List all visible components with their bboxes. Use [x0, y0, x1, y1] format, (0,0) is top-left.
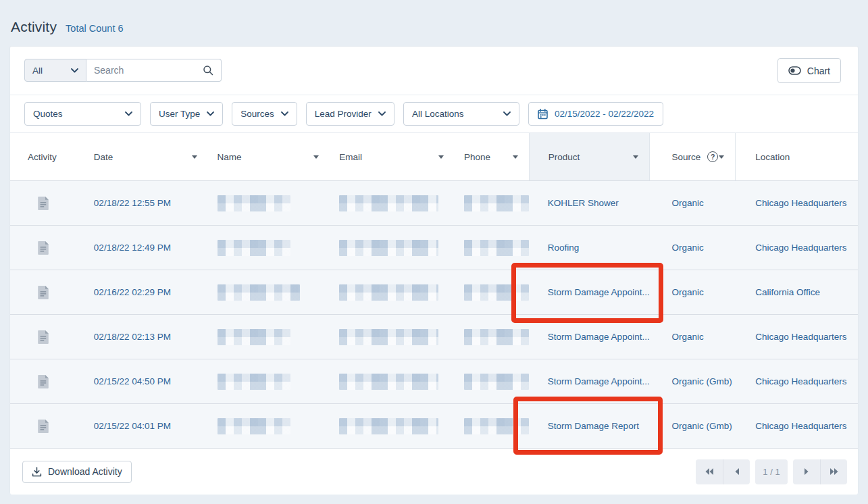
pagination-back-group: [696, 459, 750, 484]
chevron-down-icon: [125, 111, 132, 116]
table-row[interactable]: 02/18/22 02:13 PM Storm Damage Appoint..…: [10, 314, 858, 359]
cell-date: 02/15/22 04:50 PM: [84, 376, 208, 386]
sort-caret-icon[interactable]: [719, 155, 724, 159]
column-header-name[interactable]: Name: [208, 133, 330, 180]
column-label: Email: [339, 152, 362, 162]
chevron-down-icon: [503, 111, 511, 116]
redacted-name: [218, 240, 290, 256]
date-range-value: 02/15/2022 - 02/22/2022: [555, 109, 654, 119]
search-box: [86, 59, 222, 82]
filter-sources-select[interactable]: Sources: [232, 102, 297, 126]
chevron-down-icon: [71, 68, 78, 73]
redacted-email: [339, 374, 438, 390]
redacted-phone: [464, 374, 529, 390]
column-label: Product: [548, 152, 580, 162]
redacted-name: [218, 329, 290, 345]
last-page-button[interactable]: [820, 459, 847, 484]
filter-lead-provider-select[interactable]: Lead Provider: [306, 102, 394, 126]
document-icon: [38, 420, 49, 433]
table-header: Activity Date Name Email Phone Product S…: [10, 133, 858, 180]
cell-product: Roofing: [529, 243, 650, 253]
cell-location: Chicago Headquarters: [736, 243, 858, 253]
calendar-icon: [538, 109, 548, 120]
cell-location: California Office: [736, 287, 858, 297]
date-range-picker[interactable]: 02/15/2022 - 02/22/2022: [528, 102, 663, 126]
redacted-name: [218, 374, 290, 390]
redacted-phone: [464, 418, 529, 434]
sort-caret-icon[interactable]: [438, 155, 444, 159]
table-row[interactable]: 02/16/22 02:29 PM Storm Damage Appoint..…: [10, 270, 858, 314]
search-icon[interactable]: [203, 65, 213, 76]
sort-caret-icon[interactable]: [313, 155, 319, 159]
next-page-icon: [804, 468, 809, 476]
table-row[interactable]: 02/18/22 12:49 PM Roofing Organic Chicag…: [10, 225, 858, 270]
cell-location: Chicago Headquarters: [736, 421, 858, 431]
redacted-email: [339, 284, 438, 301]
table-row[interactable]: 02/15/22 04:50 PM Storm Damage Appoint..…: [10, 359, 858, 403]
filter-locations-select[interactable]: All Locations: [403, 102, 519, 126]
filter-quotes-select[interactable]: Quotes: [24, 102, 141, 126]
cell-location: Chicago Headquarters: [736, 376, 858, 386]
cell-date: 02/18/22 12:55 PM: [84, 198, 208, 208]
table-row[interactable]: 02/15/22 04:01 PM Storm Damage Report Or…: [10, 403, 858, 448]
sort-caret-icon[interactable]: [192, 155, 197, 159]
download-activity-label: Download Activity: [48, 466, 122, 477]
cell-source: Organic: [650, 332, 736, 342]
search-group: All: [24, 59, 222, 82]
redacted-phone: [464, 329, 529, 345]
filter-sources-value: Sources: [240, 109, 274, 119]
redacted-phone: [464, 195, 529, 211]
redacted-name: [218, 418, 290, 434]
column-header-product[interactable]: Product: [529, 133, 650, 180]
table-row[interactable]: 02/18/22 12:55 PM KOHLER Shower Organic …: [10, 180, 858, 225]
page-header: Activity Total Count 6: [11, 19, 124, 35]
column-label: Phone: [464, 152, 490, 162]
filter-lead-provider-value: Lead Provider: [315, 109, 372, 119]
cell-source: Organic (Gmb): [650, 376, 736, 386]
column-label: Name: [218, 152, 242, 162]
prev-page-button[interactable]: [723, 459, 750, 484]
cell-date: 02/18/22 12:49 PM: [84, 243, 208, 253]
toolbar-filters: Quotes User Type Sources Lead Provider A…: [10, 95, 858, 133]
table-footer: Download Activity 1 / 1: [10, 448, 858, 495]
cell-source: Organic: [650, 287, 736, 297]
column-header-phone[interactable]: Phone: [455, 133, 529, 180]
column-label: Location: [755, 152, 790, 162]
column-header-email[interactable]: Email: [330, 133, 455, 180]
cell-product: Storm Damage Report: [529, 421, 650, 431]
download-activity-button[interactable]: Download Activity: [22, 461, 132, 483]
search-input[interactable]: [94, 65, 203, 76]
redacted-email: [339, 418, 438, 434]
activity-card: All Chart Quotes: [9, 46, 859, 494]
cell-source: Organic: [650, 243, 736, 253]
column-header-source[interactable]: Source ?: [650, 133, 736, 180]
cell-product: Storm Damage Appoint...: [529, 376, 650, 386]
first-page-button[interactable]: [696, 459, 723, 484]
search-scope-value: All: [32, 66, 43, 76]
sort-caret-icon[interactable]: [633, 155, 638, 159]
redacted-phone: [464, 240, 529, 256]
help-icon[interactable]: ?: [707, 151, 718, 162]
filter-user-type-select[interactable]: User Type: [150, 102, 223, 126]
cell-location: Chicago Headquarters: [736, 332, 858, 342]
chart-button-label: Chart: [807, 66, 830, 76]
cell-date: 02/16/22 02:29 PM: [84, 287, 208, 297]
document-icon: [38, 375, 49, 388]
chart-button[interactable]: Chart: [777, 58, 841, 83]
toolbar-top: All Chart: [10, 47, 858, 95]
next-page-button[interactable]: [793, 459, 820, 484]
pagination-forward-group: [793, 459, 847, 484]
cell-product: Storm Damage Appoint...: [529, 287, 650, 297]
cell-source: Organic (Gmb): [650, 421, 736, 431]
document-icon: [38, 197, 49, 210]
chart-toggle-icon: [788, 66, 801, 75]
chevron-down-icon: [207, 111, 214, 116]
sort-caret-icon[interactable]: [513, 155, 518, 159]
column-header-date[interactable]: Date: [84, 133, 208, 180]
cell-date: 02/18/22 02:13 PM: [84, 332, 208, 342]
search-scope-select[interactable]: All: [24, 59, 86, 82]
cell-source: Organic: [650, 198, 736, 208]
chevron-down-icon: [378, 111, 386, 116]
pagination: 1 / 1: [696, 459, 847, 484]
redacted-email: [339, 195, 438, 211]
